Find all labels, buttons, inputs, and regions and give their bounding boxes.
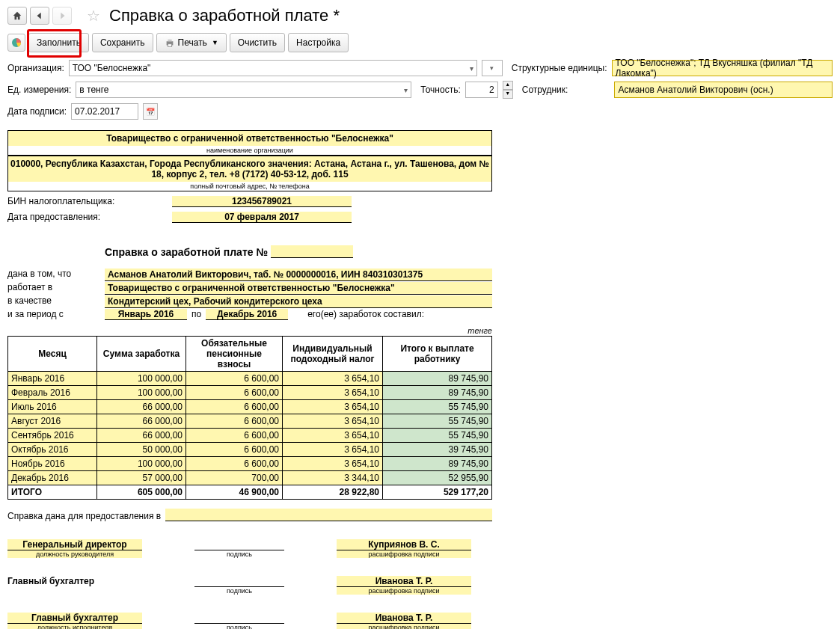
person-line: Асманов Анатолий Викторович, таб. № 0000… [105, 269, 492, 281]
table-row: Октябрь 201650 000,006 600,003 654,1039 … [8, 443, 492, 457]
for-period-label: и за период с [7, 309, 105, 320]
units-field[interactable]: ТОО "Белоснежка"; ТД Вкусняшка (филиал "… [612, 60, 833, 76]
ceo-sign-line [194, 539, 284, 550]
th-pay: Итого к выплате работнику [383, 337, 492, 372]
exec-sign-sub: подпись [194, 624, 284, 629]
print-label: Печать [178, 37, 207, 48]
purpose-field[interactable] [165, 509, 492, 521]
employee-label: Сотрудник: [522, 85, 568, 95]
doc-address: 010000, Республика Казахстан, Города Рес… [7, 156, 492, 182]
th-month: Месяц [8, 337, 97, 372]
ceo-position: Генеральный директор [7, 539, 142, 550]
provide-date-value: 07 февраля 2017 [172, 212, 352, 223]
purpose-label: Справка дана для предоставления в [7, 511, 161, 521]
printer-icon [165, 37, 175, 48]
calendar-icon[interactable]: 📅 [143, 103, 158, 120]
total-pay: 529 177,20 [383, 485, 492, 500]
th-tax: Индивидуальный подоходный налог [283, 337, 383, 372]
total-sum: 605 000,00 [97, 485, 186, 500]
fill-button[interactable]: Заполнить [28, 33, 89, 52]
chevron-down-icon: ▼ [212, 39, 218, 46]
org-select-button[interactable]: ▾ [482, 60, 503, 76]
clear-button[interactable]: Очистить [230, 33, 285, 52]
exec-sign-line [194, 613, 284, 624]
precision-spinner[interactable]: ▲▼ [503, 81, 513, 99]
period-to: Декабрь 2016 [206, 309, 288, 320]
bin-label: БИН налогоплательщика: [7, 196, 172, 207]
exec-name-sub: расшифровка подписи [337, 624, 471, 629]
acc-name: Иванова Т. Р. [337, 576, 471, 587]
currency-note: тенге [7, 326, 492, 335]
earn-text: его(ее) заработок составил: [307, 309, 424, 319]
position-line: Кондитерский цех, Рабочий кондитерского … [105, 295, 492, 308]
total-pension: 46 900,00 [186, 485, 283, 500]
acc-sign-line [194, 576, 284, 587]
earnings-table: Месяц Сумма заработка Обязательные пенси… [7, 336, 492, 500]
table-row: Сентябрь 201666 000,006 600,003 654,1055… [8, 429, 492, 443]
page-title: Справка о заработной плате * [109, 6, 340, 25]
th-sum: Сумма заработка [97, 337, 186, 372]
forward-button[interactable] [52, 7, 72, 25]
total-tax: 28 922,80 [283, 485, 383, 500]
table-row: Август 201666 000,006 600,003 654,1055 7… [8, 414, 492, 429]
table-row: Ноябрь 2016100 000,006 600,003 654,1089 … [8, 457, 492, 471]
period-from: Январь 2016 [105, 309, 187, 320]
works-in-label: работает в [7, 282, 105, 295]
exec-position: Главный бухгалтер [7, 613, 142, 624]
given-that-label: дана в том, что [7, 269, 105, 281]
table-row: Январь 2016100 000,006 600,003 654,1089 … [8, 372, 492, 386]
table-row: Февраль 2016100 000,006 600,003 654,1089… [8, 386, 492, 400]
sign-date-field[interactable]: 07.02.2017 [71, 103, 138, 120]
total-label: ИТОГО [8, 485, 97, 500]
org-label: Организация: [7, 63, 64, 73]
exec-name: Иванова Т. Р. [337, 613, 471, 624]
employee-field[interactable]: Асманов Анатолий Викторович (осн.) [614, 82, 833, 98]
acc-sign-sub: подпись [194, 587, 284, 595]
ceo-name-sub: расшифровка подписи [337, 550, 471, 558]
provide-date-label: Дата предоставления: [7, 212, 172, 223]
measure-label: Ед. измерения: [7, 85, 71, 95]
bin-value: 123456789021 [172, 196, 352, 207]
units-label: Структурные единицы: [512, 63, 607, 73]
setup-button[interactable]: Настройка [288, 33, 349, 52]
doc-orgname-sub: наименование организации [7, 146, 492, 156]
as-role-label: в качестве [7, 295, 105, 308]
exec-position-sub: должность исполнителя [7, 624, 142, 629]
table-row: Июль 201666 000,006 600,003 654,1055 745… [8, 400, 492, 414]
ceo-sign-sub: подпись [194, 550, 284, 558]
print-button[interactable]: Печать▼ [156, 33, 227, 52]
cert-number-field[interactable] [271, 245, 353, 258]
table-row: Декабрь 201657 000,00700,003 344,1052 95… [8, 471, 492, 485]
home-button[interactable] [7, 7, 27, 25]
sign-date-label: Дата подписи: [7, 106, 67, 117]
report-icon[interactable] [7, 34, 25, 52]
precision-field[interactable]: 2 [465, 82, 498, 98]
th-pension: Обязательные пенсионные взносы [186, 337, 283, 372]
precision-label: Точность: [420, 85, 460, 95]
measure-field[interactable]: в тенге [76, 82, 411, 98]
employer-line: Товарищество с ограниченной ответственно… [105, 282, 492, 295]
acc-position: Главный бухгалтер [7, 576, 142, 586]
ceo-name: Куприянов В. С. [337, 539, 471, 550]
svg-rect-3 [168, 44, 171, 47]
cert-title: Справка о заработной плате № [105, 245, 492, 258]
org-field[interactable]: ТОО "Белоснежка" [69, 60, 477, 76]
period-to-label: по [191, 309, 201, 319]
back-button[interactable] [30, 7, 49, 25]
svg-rect-2 [168, 40, 171, 42]
save-button[interactable]: Сохранить [92, 33, 153, 52]
star-icon[interactable]: ☆ [87, 7, 100, 25]
doc-address-sub: полный почтовый адрес, № телефона [7, 182, 492, 191]
acc-name-sub: расшифровка подписи [337, 587, 471, 595]
doc-orgname: Товарищество с ограниченной ответственно… [7, 130, 492, 146]
ceo-position-sub: должность руководителя [7, 550, 142, 558]
